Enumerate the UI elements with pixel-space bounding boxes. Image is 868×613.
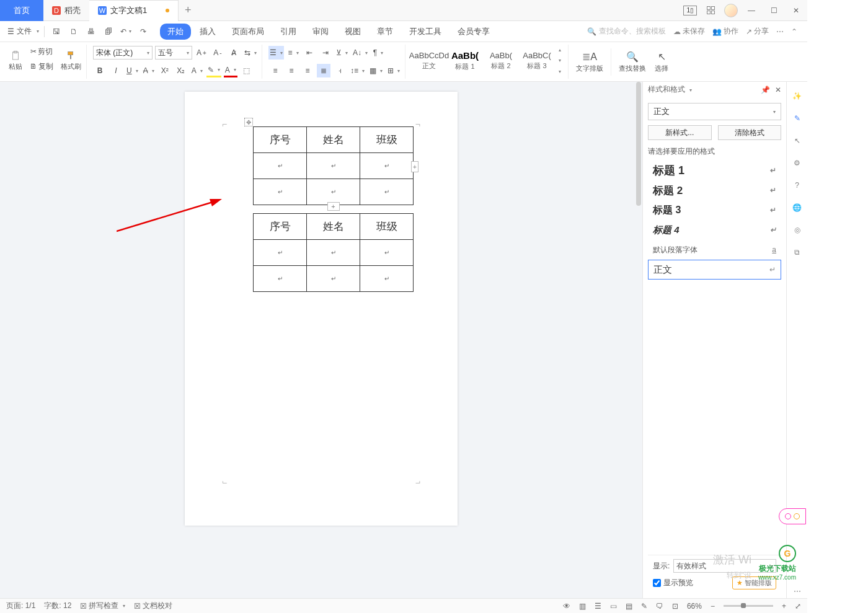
table-cell[interactable]: 序号 xyxy=(254,127,307,153)
window-minimize-button[interactable]: — xyxy=(743,2,760,19)
table-cell[interactable]: 序号 xyxy=(254,214,307,240)
paste-button[interactable]: 粘贴 xyxy=(7,45,24,77)
distribute-button[interactable]: ⫞ xyxy=(333,64,347,77)
status-view-outline-icon[interactable]: ☰ xyxy=(595,602,601,611)
table-cell[interactable]: 班级 xyxy=(360,127,414,153)
status-comment-icon[interactable]: 🗨 xyxy=(656,602,663,611)
save-as-button[interactable]: 🗋 xyxy=(67,25,81,38)
status-view-page-icon[interactable]: ▥ xyxy=(579,602,586,611)
style-h2[interactable]: AaBb(标题 2 xyxy=(484,45,518,77)
window-close-button[interactable]: ✕ xyxy=(787,2,805,19)
floating-assist-pill[interactable] xyxy=(779,508,806,524)
show-preview-checkbox[interactable]: 显示预览 xyxy=(653,578,693,588)
ribbon-tab-reference[interactable]: 引用 xyxy=(273,24,304,40)
status-view-read-icon[interactable]: ▭ xyxy=(610,602,617,611)
clear-format-button[interactable]: 清除格式 xyxy=(718,125,782,140)
text-layout-button[interactable]: ≣A文字排版 xyxy=(575,46,604,78)
status-page[interactable]: 页面: 1/1 xyxy=(6,601,35,611)
zoom-in-button[interactable]: + xyxy=(782,602,786,611)
superscript-button[interactable]: X² xyxy=(158,64,172,77)
table-cell[interactable]: 姓名 xyxy=(307,214,360,240)
tab-docer[interactable]: D 稻壳 xyxy=(43,0,89,21)
undo-button[interactable]: ↶▾ xyxy=(119,25,133,38)
table-move-handle-icon[interactable]: ✥ xyxy=(244,118,253,126)
font-size-combo[interactable]: 五号▾ xyxy=(155,46,192,60)
current-style-combo[interactable]: 正文▾ xyxy=(648,103,781,120)
status-eye-icon[interactable]: 👁 xyxy=(563,602,570,611)
numbering-button[interactable]: ≡▾ xyxy=(286,46,300,60)
underline-button[interactable]: U▾ xyxy=(125,64,140,77)
canvas-area[interactable]: ⌐ ⌐ ⌐ ⌐ ✥ 序号姓名班级 ↵↵↵ ↵↵↵ + + xyxy=(0,82,642,598)
table-2[interactable]: 序号姓名班级 ↵↵↵ ↵↵↵ xyxy=(253,213,414,292)
rail-help-icon[interactable]: ? xyxy=(790,179,804,192)
align-justify-button[interactable]: ≣ xyxy=(317,64,330,77)
new-style-button[interactable]: 新样式... xyxy=(648,125,712,140)
panel-pin-icon[interactable]: 📌 xyxy=(761,86,770,94)
align-center-button[interactable]: ≡ xyxy=(285,64,298,77)
align-right-button[interactable]: ≡ xyxy=(301,64,314,77)
rail-ai-icon[interactable]: ✨ xyxy=(790,89,804,103)
table-cell[interactable]: ↵ xyxy=(307,153,360,179)
table-cell[interactable]: ↵ xyxy=(254,266,307,292)
status-fullscreen-icon[interactable]: ⤢ xyxy=(795,602,801,611)
subscript-button[interactable]: X₂ xyxy=(174,64,188,77)
select-button[interactable]: ↖选择 xyxy=(653,46,670,78)
table-cell[interactable]: ↵ xyxy=(254,240,307,266)
unsaved-button[interactable]: ☁ 未保存 xyxy=(673,26,705,37)
ribbon-tab-view[interactable]: 视图 xyxy=(337,24,368,40)
ribbon-tab-pagelayout[interactable]: 页面布局 xyxy=(224,24,272,40)
ribbon-tab-devtools[interactable]: 开发工具 xyxy=(402,24,449,40)
tab-home[interactable]: 首页 xyxy=(0,0,43,21)
table-cell[interactable]: ↵ xyxy=(360,179,414,205)
collab-button[interactable]: 👥 协作 xyxy=(712,26,738,37)
show-marks-button[interactable]: ¶▾ xyxy=(371,46,385,60)
print-preview-button[interactable]: 🗐 xyxy=(102,25,115,38)
apps-grid-icon[interactable] xyxy=(702,2,719,19)
table-cell[interactable]: ↵ xyxy=(360,153,414,179)
panel-close-button[interactable]: ✕ xyxy=(775,86,781,94)
rail-more-icon[interactable]: ⋯ xyxy=(790,584,804,598)
rail-translate-icon[interactable]: 🌐 xyxy=(790,201,804,214)
table-cell[interactable]: 班级 xyxy=(360,214,414,240)
tab-settings-button[interactable]: ⊻▾ xyxy=(335,46,349,60)
zoom-out-button[interactable]: − xyxy=(711,602,715,611)
table-cell[interactable]: ↵ xyxy=(360,240,414,266)
rail-location-icon[interactable]: ◎ xyxy=(790,223,804,237)
status-edit-icon[interactable]: ✎ xyxy=(641,602,647,611)
status-view-web-icon[interactable]: ▤ xyxy=(626,602,632,611)
font-name-combo[interactable]: 宋体 (正文)▾ xyxy=(93,46,153,60)
italic-button[interactable]: I xyxy=(109,64,123,77)
style-row-default-font[interactable]: 默认段落字体a xyxy=(648,240,781,260)
table-cell[interactable]: ↵ xyxy=(307,266,360,292)
save-button[interactable]: 🖫 xyxy=(50,25,63,38)
ribbon-tab-start[interactable]: 开始 xyxy=(160,24,191,40)
status-spellcheck[interactable]: ☒ 拼写检查 ▾ xyxy=(80,601,125,611)
style-normal[interactable]: AaBbCcDd正文 xyxy=(412,45,446,77)
decrease-font-button[interactable]: A- xyxy=(211,46,224,60)
rail-select-icon[interactable]: ↖ xyxy=(790,134,804,148)
user-avatar[interactable] xyxy=(724,4,738,17)
ribbon-tab-section[interactable]: 章节 xyxy=(370,24,401,40)
redo-button[interactable]: ↷ xyxy=(136,25,150,38)
table-add-row-button[interactable]: + xyxy=(327,202,340,211)
borders-button[interactable]: ⊞▾ xyxy=(386,64,401,77)
bullets-button[interactable]: ☰▾ xyxy=(268,46,284,60)
tab-add-button[interactable]: + xyxy=(179,4,197,17)
table-cell[interactable]: ↵ xyxy=(307,240,360,266)
table-cell[interactable]: 姓名 xyxy=(307,127,360,153)
style-row-normal[interactable]: 正文↵ xyxy=(648,260,781,280)
rail-screenshot-icon[interactable]: ⧉ xyxy=(790,245,804,259)
increase-indent-button[interactable]: ⇥ xyxy=(319,46,332,60)
line-spacing-button[interactable]: ↕≡▾ xyxy=(349,64,366,77)
rail-styles-icon[interactable]: ✎ xyxy=(790,112,804,125)
vertical-scrollbar[interactable] xyxy=(634,82,642,598)
table-cell[interactable]: ↵ xyxy=(254,153,307,179)
table-add-column-button[interactable]: + xyxy=(411,161,418,172)
increase-font-button[interactable]: A+ xyxy=(195,46,208,60)
tab-document[interactable]: W 文字文稿1 xyxy=(89,0,179,21)
window-restore-button[interactable]: ☐ xyxy=(765,2,782,19)
style-gallery-more[interactable]: ▴▾▾ xyxy=(556,45,564,77)
layout-badge[interactable]: 1▯ xyxy=(683,6,697,15)
status-zoom-value[interactable]: 66% xyxy=(687,602,702,611)
decrease-indent-button[interactable]: ⇤ xyxy=(303,46,316,60)
